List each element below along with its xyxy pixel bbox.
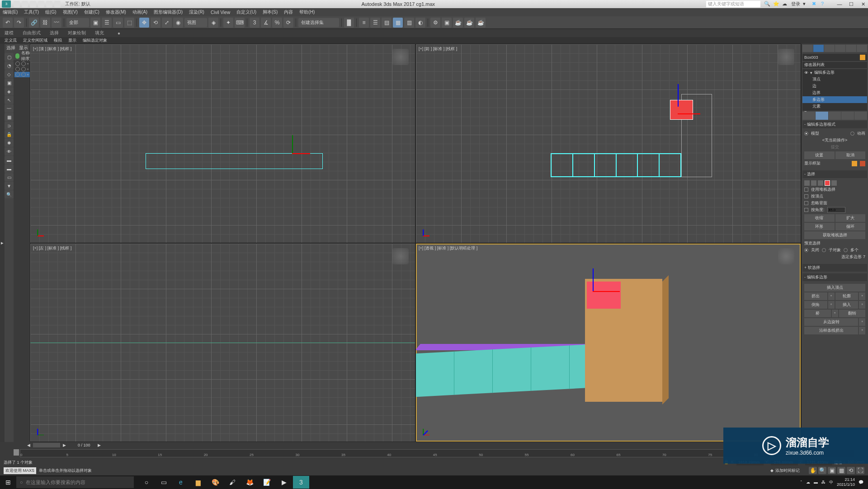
keyboard-shortcut-button[interactable]: ⌨	[235, 18, 245, 28]
signin-button[interactable]: 登录	[791, 1, 800, 7]
remove-modifier-button[interactable]	[841, 112, 854, 120]
chk-use-stack[interactable]	[804, 188, 808, 192]
lt-camera-icon[interactable]: ▣	[5, 79, 14, 87]
rollout-header[interactable]: - 编辑多边形模式	[802, 121, 867, 128]
ribbon-tab-modeling[interactable]: 建模	[5, 30, 14, 36]
inset-settings-button[interactable]: ▫	[859, 301, 865, 309]
lt-helper-icon[interactable]: ◈	[5, 87, 14, 95]
lt-blank3-icon[interactable]: ▭	[5, 173, 14, 181]
infocenter-icon[interactable]: 🔍	[764, 1, 770, 7]
left-tab-select[interactable]: 选择	[5, 44, 17, 52]
loop-button[interactable]: 循环	[835, 223, 866, 230]
qat-new-icon[interactable]	[14, 1, 20, 7]
app-icon[interactable]: ✖	[812, 1, 818, 7]
material-editor-button[interactable]: ◐	[415, 18, 425, 28]
subtab-idle-area[interactable]: 定义空闲区域	[23, 38, 47, 43]
lt-select-icon[interactable]: ▢	[5, 53, 14, 61]
object-color-swatch[interactable]	[860, 55, 865, 60]
rollout-header[interactable]: - 编辑多边形	[802, 273, 867, 281]
menu-rendering[interactable]: 渲染(R)	[189, 9, 204, 15]
menu-create[interactable]: 创建(C)	[84, 9, 99, 15]
subtab-edit-selected[interactable]: 编辑选定对象	[83, 38, 107, 43]
scroll-anim-right-icon[interactable]: ▶	[98, 443, 101, 447]
outline-settings-button[interactable]: ▫	[859, 292, 865, 300]
freeze-icon[interactable]	[21, 67, 26, 71]
radio-anim[interactable]	[850, 132, 854, 136]
subtab-display[interactable]: 显示	[68, 38, 76, 43]
render-iterative-button[interactable]: ☕	[464, 18, 474, 28]
settings-button[interactable]: 设置	[804, 151, 835, 159]
rollout-header[interactable]: + 软选择	[802, 264, 867, 272]
task-app3-icon[interactable]: 📝	[259, 476, 275, 489]
help-icon[interactable]: ?	[821, 1, 827, 7]
lt-lock-icon[interactable]: 🔒	[5, 130, 14, 138]
viewcube-icon[interactable]	[392, 49, 409, 65]
lt-blank1-icon[interactable]: ▬	[5, 156, 14, 164]
chk-by-angle[interactable]	[804, 208, 808, 212]
redo-button[interactable]: ↷	[14, 18, 24, 28]
lt-gear-icon[interactable]: ✱	[5, 139, 14, 147]
radio-multi[interactable]	[844, 248, 848, 252]
menu-group[interactable]: 组(G)	[45, 9, 56, 15]
gizmo-x[interactable]	[678, 113, 700, 114]
windows-search-input[interactable]: ○ 在这里输入你要搜索的内容	[16, 476, 134, 488]
h-scrollbar[interactable]	[33, 443, 60, 447]
nav-zoom-extents-button[interactable]: ▦	[837, 467, 845, 474]
nav-zoom-button[interactable]: 🔍	[818, 467, 826, 474]
lt-magnet-icon[interactable]: ⊃	[5, 122, 14, 130]
maximize-button[interactable]: ☐	[848, 1, 854, 7]
select-manipulate-button[interactable]: ✦	[223, 18, 233, 28]
render-production-button[interactable]: ☕	[453, 18, 463, 28]
task-cortana-icon[interactable]: ○	[138, 476, 155, 489]
angle-snap-button[interactable]: ∡	[261, 18, 271, 28]
stack-border[interactable]: 边界	[802, 89, 867, 96]
close-button[interactable]: ✕	[860, 1, 866, 7]
menu-civil-view[interactable]: Civil View	[211, 10, 230, 15]
hinge-button[interactable]: 从边旋转	[804, 318, 858, 326]
undo-button[interactable]: ↶	[3, 18, 13, 28]
ring-button[interactable]: 环形	[804, 223, 835, 230]
task-3dsmax-icon[interactable]: 3	[293, 476, 309, 489]
grow-button[interactable]: 扩大	[835, 214, 866, 222]
stack-edge[interactable]: 边	[802, 83, 867, 89]
extrude-settings-button[interactable]: ▫	[828, 292, 835, 300]
object-name-field[interactable]: Box003	[802, 54, 867, 61]
extrude-spline-button[interactable]: 沿样条线挤出	[804, 327, 858, 334]
radio-subobj[interactable]	[822, 248, 826, 252]
select-move-button[interactable]: ✥	[139, 18, 149, 28]
subtab-flow[interactable]: 定义流	[5, 38, 17, 43]
bind-spacewarp-button[interactable]: 〰	[52, 18, 61, 28]
bridge-button[interactable]: 桥	[804, 310, 831, 317]
help-search-input[interactable]: 键入关键字或短语	[706, 1, 760, 7]
render-setup-button[interactable]: ⚙	[430, 18, 440, 28]
sel-element-icon[interactable]	[831, 180, 837, 186]
start-button[interactable]: ⊞	[0, 475, 16, 489]
time-tag-icon[interactable]: ◆	[770, 468, 774, 473]
tray-up-icon[interactable]: ˄	[800, 480, 802, 484]
sel-polygon-icon[interactable]	[825, 180, 830, 186]
menu-views[interactable]: 视图(V)	[63, 9, 78, 15]
modifier-stack[interactable]: 👁 ▾ 编辑多边形 顶点 边 边界 多边形 元素 Box	[802, 69, 867, 111]
select-place-button[interactable]: ◉	[173, 18, 183, 28]
time-slider-thumb[interactable]	[14, 449, 19, 456]
layer-explorer-button[interactable]: ☰	[370, 18, 380, 28]
chk-by-vertex[interactable]	[804, 194, 808, 198]
freeze-icon[interactable]	[21, 72, 26, 77]
extrude-spline-settings-button[interactable]: ▫	[859, 327, 865, 334]
eye-icon[interactable]: 👁	[804, 71, 808, 75]
bridge-settings-button[interactable]: ▫	[832, 310, 838, 317]
viewport-left[interactable]: [+] [左 ] [标准 ] [线框 ]	[30, 244, 415, 442]
select-object-button[interactable]: ▣	[90, 18, 100, 28]
stack-element[interactable]: 元素	[802, 103, 867, 110]
tray-network-icon[interactable]: 🖧	[821, 480, 826, 484]
cage-color-2[interactable]	[860, 161, 865, 166]
nav-fov-button[interactable]: ▣	[828, 467, 836, 474]
lt-arrow-icon[interactable]: ↖	[5, 96, 14, 104]
show-end-result-button[interactable]	[816, 112, 828, 120]
viewport-label-front[interactable]: [+] [前 ] [标准 ] [线框 ]	[419, 46, 457, 52]
hierarchy-tab[interactable]	[824, 45, 835, 52]
align-button[interactable]: ≡	[359, 18, 369, 28]
menu-animation[interactable]: 动画(A)	[132, 9, 147, 15]
viewport-perspective[interactable]: [+] [透视 ] [标准 ] [默认明暗处理 ]	[416, 244, 801, 442]
configure-sets-button[interactable]	[854, 112, 867, 120]
